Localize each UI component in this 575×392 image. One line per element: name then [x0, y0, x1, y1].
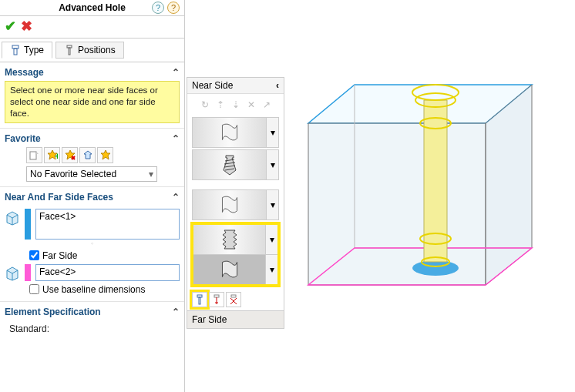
chevron-up-icon: ⌃: [172, 307, 180, 317]
hole-stack-panel: Near Side ‹ ↻ ⇡ ⇣ ✕ ↗ ▾ ▾ ▾ ▾ ▾ Fa: [187, 77, 284, 329]
expand-icon[interactable]: ↗: [261, 99, 272, 111]
section-favorite-header[interactable]: Favorite ⌃: [5, 132, 180, 147]
svg-rect-16: [199, 297, 200, 304]
section-message-header[interactable]: Message ⌃: [5, 65, 180, 81]
near-side-header[interactable]: Near Side ‹: [187, 78, 284, 94]
far-face-input[interactable]: Face<2>: [35, 264, 180, 281]
chevron-up-icon: ⌃: [172, 133, 180, 144]
favorite-remove-icon[interactable]: [62, 147, 78, 163]
element-mid-3-selected[interactable]: ▾: [193, 255, 277, 284]
far-face-cube-icon: [5, 266, 20, 281]
tab-positions[interactable]: Positions: [55, 42, 124, 59]
svg-rect-1: [14, 49, 17, 55]
tab-positions-label: Positions: [78, 45, 116, 55]
baseline-checkbox[interactable]: [29, 284, 39, 294]
chevron-down-icon[interactable]: ▾: [266, 118, 278, 147]
chevron-up-icon: ⌃: [172, 67, 180, 78]
near-side-label: Near Side: [192, 80, 233, 91]
svg-text:+: +: [55, 151, 58, 160]
svg-marker-24: [308, 123, 486, 285]
help-icon[interactable]: ?: [152, 2, 164, 14]
svg-rect-3: [69, 48, 70, 55]
baseline-label: Use baseline dimensions: [42, 284, 145, 295]
chevron-down-icon[interactable]: ▾: [266, 150, 278, 179]
far-face-value: Face<2>: [39, 266, 76, 277]
far-tool-2[interactable]: [209, 292, 224, 307]
svg-rect-17: [214, 295, 219, 297]
context-help-icon[interactable]: ?: [167, 2, 180, 14]
section-favorite-title: Favorite: [5, 133, 41, 144]
insert-above-icon[interactable]: ⇡: [215, 99, 226, 111]
chevron-down-icon[interactable]: ▾: [266, 190, 278, 219]
element-mid-1[interactable]: ▾: [192, 189, 279, 220]
tab-type[interactable]: Type: [2, 42, 52, 59]
stack-toolbar: ↻ ⇡ ⇣ ✕ ↗: [187, 94, 284, 116]
delete-element-icon[interactable]: ✕: [246, 99, 257, 111]
standard-label: Standard:: [5, 320, 180, 337]
svg-point-29: [412, 260, 459, 276]
positions-tab-icon: [64, 45, 75, 55]
accept-button[interactable]: ✔: [5, 18, 16, 35]
element-near-2[interactable]: ▾: [192, 149, 279, 180]
chevron-down-icon[interactable]: ▾: [265, 255, 277, 284]
svg-rect-0: [12, 45, 18, 49]
3d-viewport[interactable]: [293, 77, 563, 308]
far-tool-1[interactable]: [192, 292, 207, 307]
svg-rect-20: [231, 295, 236, 297]
highlighted-element-group: ▾ ▾: [190, 222, 281, 287]
favorite-save-icon[interactable]: [79, 147, 96, 163]
far-side-label: Far Side: [42, 250, 77, 261]
far-side-header[interactable]: Far Side: [187, 310, 284, 328]
element-near-1[interactable]: ▾: [192, 117, 279, 148]
near-face-cube-icon: [5, 210, 20, 226]
favorite-select-value: No Favorite Selected: [30, 169, 116, 179]
far-face-color: [25, 264, 31, 281]
far-side-label: Far Side: [192, 314, 227, 325]
near-face-value: Face<1>: [39, 211, 76, 222]
flip-down-icon[interactable]: ↻: [200, 99, 210, 111]
insert-below-icon[interactable]: ⇣: [230, 99, 241, 111]
panel-title: Advanced Hole: [59, 2, 126, 13]
section-elemspec-title: Element Specification: [5, 307, 101, 317]
near-face-color: [25, 209, 31, 240]
section-message-title: Message: [5, 67, 44, 78]
far-tool-3[interactable]: [226, 292, 241, 307]
near-face-input[interactable]: Face<1>: [35, 209, 180, 240]
tab-type-label: Type: [24, 45, 44, 55]
type-tab-icon: [10, 45, 21, 55]
chevron-down-icon[interactable]: ▾: [265, 225, 277, 254]
resize-grip-icon[interactable]: ◦: [5, 240, 180, 247]
cancel-button[interactable]: ✖: [21, 18, 32, 35]
favorite-add-icon[interactable]: +: [44, 147, 60, 163]
message-text: Select one or more near side faces or se…: [5, 81, 180, 123]
section-elemspec-header[interactable]: Element Specification ⌃: [5, 305, 180, 320]
favorite-apply-icon[interactable]: [26, 147, 42, 163]
svg-rect-4: [30, 152, 36, 159]
element-mid-2[interactable]: ▾: [193, 225, 277, 255]
chevron-up-icon: ⌃: [172, 192, 180, 203]
chevron-left-icon: ‹: [276, 80, 279, 91]
svg-marker-10: [101, 150, 110, 159]
section-faces-header[interactable]: Near And Far Side Faces ⌃: [5, 190, 180, 206]
far-toolbar: [187, 289, 284, 310]
section-faces-title: Near And Far Side Faces: [5, 192, 113, 203]
favorite-load-icon[interactable]: [97, 147, 113, 163]
far-side-checkbox[interactable]: [29, 250, 39, 260]
favorite-select[interactable]: No Favorite Selected: [26, 166, 157, 182]
